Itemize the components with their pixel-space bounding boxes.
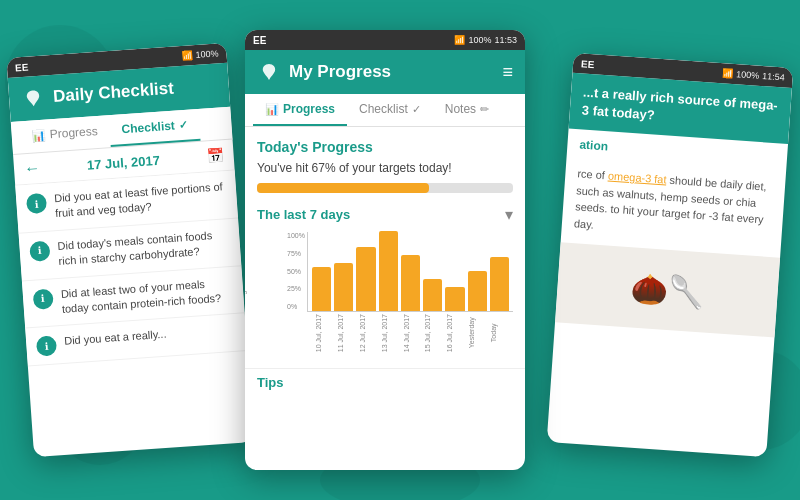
chart-label: 14 Jul, 2017 <box>403 314 422 352</box>
chart-bar <box>312 267 331 311</box>
tab-bar-center: 📊 Progress Checklist ✓ Notes ✏ <box>245 94 525 127</box>
chart-bar <box>468 271 487 311</box>
chart-x-labels: 10 Jul, 201711 Jul, 201712 Jul, 201713 J… <box>311 312 513 352</box>
back-arrow[interactable]: ← <box>23 159 40 178</box>
chart-bar <box>445 287 464 311</box>
status-icons-center: 📶 100% 11:53 <box>454 35 517 45</box>
progress-bar-fill <box>257 183 429 193</box>
header-title-left: Daily Checklist <box>52 76 217 107</box>
progress-tab-icon: 📊 <box>265 103 279 116</box>
chart-label: 15 Jul, 2017 <box>424 314 443 352</box>
tab-notes-center[interactable]: Notes ✏ <box>433 94 501 126</box>
info-icon-3: ℹ <box>33 288 54 309</box>
carrier-left: EE <box>15 61 29 73</box>
notes-link: omega-3 fat <box>608 170 667 186</box>
chart-label: Today <box>490 314 509 352</box>
chart-label: 16 Jul, 2017 <box>446 314 465 352</box>
item-text-4: Did you eat a really... <box>64 327 167 350</box>
chart-section: The last 7 days ▾ % targets hit 100% 75%… <box>257 205 513 352</box>
status-icons-right: 📶 100% 11:54 <box>722 68 785 82</box>
chart-bar <box>401 255 420 311</box>
chart-wrapper: % targets hit 100% 75% 50% 25% 0% <box>257 232 513 352</box>
chart-dropdown-icon[interactable]: ▾ <box>505 205 513 224</box>
chart-label: 10 Jul, 2017 <box>315 314 334 352</box>
wifi-icon-left: 📶 <box>181 50 193 61</box>
battery-right: 100% <box>736 69 760 81</box>
tips-section: Tips <box>245 368 525 396</box>
status-bar-center: EE 📶 100% 11:53 <box>245 30 525 50</box>
chart-bar <box>490 257 509 311</box>
walnut-image: 🌰🥄 <box>555 243 780 338</box>
info-icon-2: ℹ <box>29 240 50 261</box>
progress-bar-bg <box>257 183 513 193</box>
phone-left: EE 📶 100% Daily Checklist 📊 Progress Che… <box>6 43 253 457</box>
item-text-1: Did you eat at least five portions of fr… <box>54 179 228 222</box>
chart-column: 10 Jul, 201711 Jul, 201712 Jul, 201713 J… <box>307 232 513 352</box>
checklist-items: ℹ Did you eat at least five portions of … <box>15 171 247 367</box>
header-title-center: My Progress <box>289 62 494 82</box>
date-display: 17 Jul, 2017 <box>40 149 208 176</box>
menu-icon-center[interactable]: ≡ <box>502 62 513 83</box>
info-icon-1: ℹ <box>26 193 47 214</box>
item-text-3: Did at least two of your meals today con… <box>60 275 234 318</box>
time-right: 11:54 <box>762 71 785 83</box>
chart-bar <box>356 247 375 311</box>
wifi-icon-center: 📶 <box>454 35 465 45</box>
tab-progress-left[interactable]: 📊 Progress <box>19 115 111 153</box>
notes-question-text: ...t a really rich source of mega-3 fat … <box>581 85 778 123</box>
app-header-center: My Progress ≡ <box>245 50 525 94</box>
chart-label: 13 Jul, 2017 <box>381 314 400 352</box>
chart-header: The last 7 days ▾ <box>257 205 513 224</box>
wifi-icon-right: 📶 <box>722 68 734 79</box>
progress-icon-left: 📊 <box>31 128 46 142</box>
chart-y-axis: 100% 75% 50% 25% 0% 10 Jul, 201711 Jul, … <box>287 232 513 352</box>
carrier-center: EE <box>253 35 266 46</box>
todays-progress: Today's Progress You've hit 67% of your … <box>257 139 513 193</box>
chart-label: 12 Jul, 2017 <box>359 314 378 352</box>
tab-checklist-left[interactable]: Checklist ✓ <box>109 109 201 147</box>
chart-bar <box>379 231 398 311</box>
calendar-icon[interactable]: 📅 <box>206 147 224 164</box>
logo-icon-center <box>259 62 279 82</box>
item-text-2: Did today's meals contain foods rich in … <box>57 227 231 270</box>
check-tab-icon: ✓ <box>412 103 421 116</box>
status-icons-left: 📶 100% <box>181 48 219 61</box>
chart-label: 11 Jul, 2017 <box>337 314 356 352</box>
time-center: 11:53 <box>494 35 517 45</box>
notes-body: rce of omega-3 fat should be daily diet,… <box>561 159 786 252</box>
logo-center <box>257 60 281 84</box>
y-labels: 100% 75% 50% 25% 0% <box>287 232 305 312</box>
chart-label: Yesterday <box>468 314 487 352</box>
chart-bar <box>334 263 353 311</box>
todays-progress-text: You've hit 67% of your targets today! <box>257 161 513 175</box>
chart-title: The last 7 days <box>257 207 350 222</box>
battery-center: 100% <box>468 35 491 45</box>
tab-checklist-center[interactable]: Checklist ✓ <box>347 94 433 126</box>
chart-bar <box>423 279 442 311</box>
chart-bars <box>307 232 513 312</box>
phone-center: EE 📶 100% 11:53 My Progress ≡ 📊 Progress… <box>245 30 525 470</box>
carrier-right: EE <box>581 58 595 70</box>
check-icon-left: ✓ <box>178 118 188 132</box>
tab-progress-center[interactable]: 📊 Progress <box>253 94 347 126</box>
logo-icon-left <box>23 88 44 109</box>
battery-left: 100% <box>195 48 219 60</box>
y-axis-label: % targets hit <box>245 272 246 311</box>
todays-progress-title: Today's Progress <box>257 139 513 155</box>
logo-left <box>20 86 46 112</box>
info-icon-4: ℹ <box>36 336 57 357</box>
notes-tab-icon: ✏ <box>480 103 489 116</box>
phone-right: EE 📶 100% 11:54 ...t a really rich sourc… <box>547 53 794 457</box>
progress-content: Today's Progress You've hit 67% of your … <box>245 127 525 364</box>
